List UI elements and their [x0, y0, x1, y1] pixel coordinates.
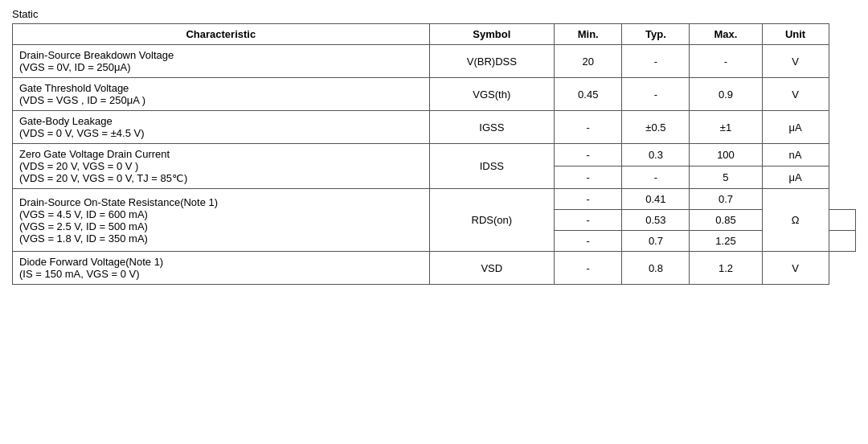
min-cell: 0.45 — [555, 78, 622, 111]
typ-cell: 0.41 — [622, 189, 690, 210]
characteristic-cell: Drain-Source On-State Resistance(Note 1)… — [13, 189, 430, 252]
max-cell: 5 — [690, 166, 762, 189]
characteristic-cell: Diode Forward Voltage(Note 1)(IS = 150 m… — [13, 252, 430, 285]
table-row: Drain-Source On-State Resistance(Note 1)… — [13, 189, 856, 210]
col-header-symbol: Symbol — [429, 24, 554, 45]
symbol-cell: VGS(th) — [429, 78, 554, 111]
col-header-characteristic: Characteristic — [13, 24, 430, 45]
symbol-cell: IDSS — [429, 144, 554, 189]
max-cell: 0.7 — [690, 189, 762, 210]
symbol-cell: IGSS — [429, 111, 554, 144]
typ-cell: 0.8 — [622, 252, 690, 285]
characteristic-cell: Zero Gate Voltage Drain Current(VDS = 20… — [13, 144, 430, 189]
min-cell: - — [555, 252, 622, 285]
max-cell: 100 — [690, 144, 762, 166]
min-cell: - — [555, 189, 622, 210]
unit-cell: V — [762, 252, 829, 285]
typ-cell: ±0.5 — [622, 111, 690, 144]
characteristic-cell: Gate-Body Leakage(VDS = 0 V, VGS = ±4.5 … — [13, 111, 430, 144]
unit-cell: V — [762, 45, 829, 78]
symbol-cell: RDS(on) — [429, 189, 554, 252]
unit-cell: V — [762, 78, 829, 111]
col-header-unit: Unit — [762, 24, 829, 45]
unit-cell — [829, 210, 855, 231]
table-row: Zero Gate Voltage Drain Current(VDS = 20… — [13, 144, 856, 166]
max-cell: ±1 — [690, 111, 762, 144]
specs-table: Characteristic Symbol Min. Typ. Max. Uni… — [12, 23, 856, 285]
min-cell: - — [555, 144, 622, 166]
min-cell: - — [555, 111, 622, 144]
typ-cell: - — [622, 166, 690, 189]
col-header-min: Min. — [555, 24, 622, 45]
symbol-cell: VSD — [429, 252, 554, 285]
table-row: Drain-Source Breakdown Voltage(VGS = 0V,… — [13, 45, 856, 78]
col-header-max: Max. — [690, 24, 762, 45]
symbol-cell: V(BR)DSS — [429, 45, 554, 78]
max-cell: 1.25 — [690, 231, 762, 252]
min-cell: - — [555, 166, 622, 189]
table-row: Gate Threshold Voltage(VDS = VGS , ID = … — [13, 78, 856, 111]
unit-cell: Ω — [762, 189, 829, 252]
max-cell: 0.85 — [690, 210, 762, 231]
characteristic-cell: Gate Threshold Voltage(VDS = VGS , ID = … — [13, 78, 430, 111]
max-cell: 0.9 — [690, 78, 762, 111]
characteristic-cell: Drain-Source Breakdown Voltage(VGS = 0V,… — [13, 45, 430, 78]
unit-cell: μA — [762, 111, 829, 144]
section-title: Static — [12, 8, 856, 20]
table-row: Gate-Body Leakage(VDS = 0 V, VGS = ±4.5 … — [13, 111, 856, 144]
unit-cell — [829, 231, 855, 252]
typ-cell: - — [622, 78, 690, 111]
table-row: Diode Forward Voltage(Note 1)(IS = 150 m… — [13, 252, 856, 285]
unit-cell: μA — [762, 166, 829, 189]
min-cell: 20 — [555, 45, 622, 78]
min-cell: - — [555, 231, 622, 252]
typ-cell: 0.3 — [622, 144, 690, 166]
col-header-typ: Typ. — [622, 24, 690, 45]
typ-cell: 0.7 — [622, 231, 690, 252]
max-cell: - — [690, 45, 762, 78]
typ-cell: - — [622, 45, 690, 78]
min-cell: - — [555, 210, 622, 231]
unit-cell: nA — [762, 144, 829, 166]
max-cell: 1.2 — [690, 252, 762, 285]
typ-cell: 0.53 — [622, 210, 690, 231]
